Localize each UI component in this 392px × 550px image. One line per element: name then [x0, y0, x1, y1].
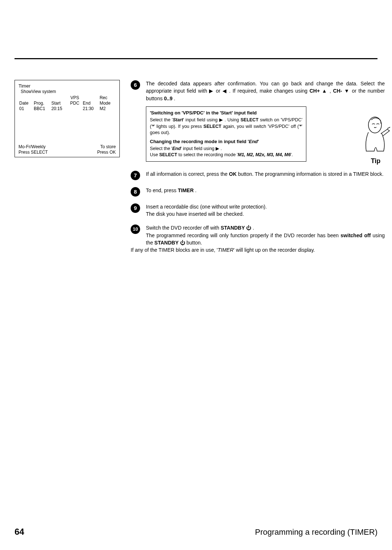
foot-left-2: Press SELECT	[19, 150, 48, 155]
step-6: 6 The decoded data appears after confirm…	[131, 80, 385, 164]
col-date: Date	[19, 101, 33, 106]
foot-right-2: Press OK	[97, 150, 116, 155]
step-7-body: If all information is correct, press the…	[146, 170, 385, 178]
up-arrow-icon: ▲	[322, 88, 328, 94]
step-number: 7	[131, 171, 140, 180]
foot-right-1: To store	[100, 144, 116, 149]
step-number: 10	[131, 225, 140, 234]
row-date: 01	[19, 106, 33, 112]
tip-label: Tip	[359, 157, 392, 165]
tip-box: 'Switching on 'VPS/PDC' in the 'Start' i…	[146, 106, 306, 162]
row-end: 21:30	[82, 106, 99, 112]
down-arrow-icon: ▼	[344, 88, 350, 94]
timer-table: VPS Rec Date Prog. Start PDC End Mode 01…	[19, 95, 116, 112]
step-10-body: Switch the DVD recorder off with STANDBY…	[146, 224, 385, 246]
col-vps: VPS	[68, 95, 82, 101]
page-number: 64	[15, 527, 24, 537]
step-number: 8	[131, 187, 140, 197]
step-number: 9	[131, 203, 140, 213]
tip-text-2: Select the 'End' input field using ▶ . U…	[150, 146, 302, 158]
page-title: Programming a recording (TIMER)	[255, 527, 377, 537]
col-pdc: PDC	[68, 101, 82, 106]
person-pointing-icon	[361, 115, 390, 155]
tip-illustration: Tip	[359, 115, 392, 165]
step-10: 10 Switch the DVD recorder off with STAN…	[131, 224, 385, 246]
right-arrow-icon: ▶	[209, 88, 214, 94]
timer-subtitle: ShowView system	[19, 89, 116, 94]
col-prog: Prog.	[33, 101, 50, 106]
row-start: 20:15	[50, 106, 67, 112]
right-arrow-icon: ▶	[219, 117, 223, 122]
tip-heading-1: 'Switching on 'VPS/PDC' in the 'Start' i…	[150, 110, 302, 116]
step-6-body: The decoded data appears after confirmat…	[146, 80, 385, 164]
row-vps	[68, 106, 82, 112]
tip-text-1: Select the 'Start' input field using ▶ .…	[150, 117, 302, 136]
timer-display-box: Timer ShowView system VPS Rec Date Prog.…	[15, 80, 120, 157]
foot-left-1: Mo-Fr/Weekly	[19, 144, 45, 149]
row-prog: BBC1	[33, 106, 50, 112]
step-8-body: To end, press TIMER .	[146, 187, 385, 194]
power-icon: ⏻	[246, 225, 251, 231]
col-mode: Mode	[99, 101, 116, 106]
step-9: 9 Insert a recordable disc (one without …	[131, 203, 385, 218]
row-mode: M2	[99, 106, 116, 112]
power-icon: ⏻	[180, 240, 185, 246]
timer-title: Timer	[19, 83, 116, 89]
step-9-body: Insert a recordable disc (one without wr…	[146, 203, 385, 218]
left-arrow-icon: ◀	[222, 88, 227, 94]
col-rec: Rec	[99, 95, 116, 101]
col-end: End	[82, 101, 99, 106]
instruction-column: 6 The decoded data appears after confirm…	[131, 80, 385, 253]
col-start: Start	[50, 101, 67, 106]
step-number: 6	[131, 80, 140, 90]
step-8: 8 To end, press TIMER .	[131, 187, 385, 197]
step-7: 7 If all information is correct, press t…	[131, 170, 385, 180]
tip-heading-2: Changing the recording mode in input fie…	[150, 138, 302, 145]
page-content: Timer ShowView system VPS Rec Date Prog.…	[15, 54, 377, 535]
right-arrow-icon: ▶	[216, 146, 219, 151]
footer-note: If any of the TIMER blocks are in use, '…	[131, 247, 385, 253]
page-footer: 64 Programming a recording (TIMER)	[15, 527, 377, 537]
